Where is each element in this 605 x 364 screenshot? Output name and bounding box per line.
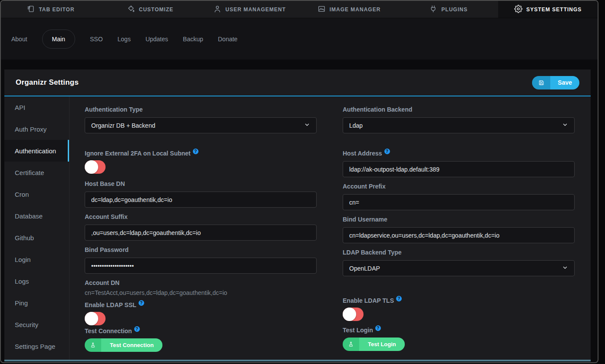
field-bind-username: Bind Username xyxy=(343,216,575,243)
field-label: Account Suffix xyxy=(85,213,317,221)
field-label: Test Connection xyxy=(85,328,132,335)
settings-sidebar: API Auth Proxy Authentication Certificat… xyxy=(4,96,69,360)
field-label: Enable LDAP TLS xyxy=(343,297,394,304)
sidebar-item-api[interactable]: API xyxy=(4,96,69,118)
field-label: Account Prefix xyxy=(343,183,575,190)
nav-tab-editor[interactable]: TAB EDITOR xyxy=(1,1,100,18)
account-dn-value: cn=TestAcct,ou=users,dc=ldap,dc=goauthen… xyxy=(85,289,317,297)
subnav-logs[interactable]: Logs xyxy=(118,36,131,43)
field-account-dn: Account DN cn=TestAcct,ou=users,dc=ldap,… xyxy=(85,279,317,297)
account-prefix-input[interactable] xyxy=(343,194,575,210)
field-authentication-type: Authentication Type Organizr DB + Backen… xyxy=(85,106,317,133)
subnav-donate[interactable]: Donate xyxy=(218,36,238,43)
subnav-main[interactable]: Main xyxy=(42,30,75,49)
field-label: Enable LDAP SSL xyxy=(85,301,136,309)
field-label: Bind Username xyxy=(343,216,575,223)
bind-password-input[interactable] xyxy=(85,258,317,274)
settings-sub-navigation: About Main SSO Logs Updates Backup Donat… xyxy=(1,18,598,60)
top-navigation: TAB EDITOR CUSTOMIZE USER MANAGEMENT IMA… xyxy=(1,1,598,18)
field-label: Authentication Backend xyxy=(343,106,575,113)
save-button[interactable]: Save xyxy=(532,76,579,89)
nav-label: CUSTOMIZE xyxy=(139,7,173,13)
flask-icon xyxy=(85,338,101,352)
nav-system-settings[interactable]: SYSTEM SETTINGS xyxy=(498,1,598,18)
help-icon[interactable]: ? xyxy=(396,296,402,301)
test-connection-button[interactable]: Test Connection xyxy=(85,338,162,352)
authentication-form: Authentication Type Organizr DB + Backen… xyxy=(69,96,591,360)
nav-plugins[interactable]: PLUGINS xyxy=(399,1,498,18)
sidebar-item-login[interactable]: Login xyxy=(4,248,69,270)
panel-body: API Auth Proxy Authentication Certificat… xyxy=(4,96,591,360)
nav-user-management[interactable]: USER MANAGEMENT xyxy=(200,1,299,18)
sidebar-item-auth-proxy[interactable]: Auth Proxy xyxy=(4,118,69,140)
field-enable-ldap-tls: Enable LDAP TLS ? xyxy=(343,297,575,321)
nav-label: TAB EDITOR xyxy=(39,7,74,13)
help-icon[interactable]: ? xyxy=(139,300,144,306)
sidebar-item-github[interactable]: Github xyxy=(4,227,69,248)
nav-label: IMAGE MANAGER xyxy=(330,7,381,13)
field-label: Ignore External 2FA on Local Subnet xyxy=(85,150,191,157)
form-column-right: Authentication Backend Ldap Host Address… xyxy=(343,106,575,360)
nav-customize[interactable]: CUSTOMIZE xyxy=(100,1,200,18)
help-icon[interactable]: ? xyxy=(375,325,381,331)
sidebar-item-logs[interactable]: Logs xyxy=(4,270,69,292)
sidebar-item-certificate[interactable]: Certificate xyxy=(4,162,69,183)
sidebar-item-cron[interactable]: Cron xyxy=(4,183,69,205)
help-icon[interactable]: ? xyxy=(134,326,140,332)
toggle-knob xyxy=(85,160,98,174)
panel-header: Organizr Settings Save xyxy=(4,69,591,96)
field-label: Test Login xyxy=(343,327,373,334)
host-address-input[interactable] xyxy=(343,161,575,177)
sidebar-item-security[interactable]: Security xyxy=(4,314,69,335)
subnav-sso[interactable]: SSO xyxy=(90,36,103,43)
field-test-login: Test Login ? Test Login xyxy=(343,327,575,351)
enable-ldap-ssl-toggle[interactable] xyxy=(85,312,106,325)
selected-value: OpenLDAP xyxy=(349,265,380,272)
field-ignore-2fa: Ignore External 2FA on Local Subnet ? xyxy=(85,150,317,174)
test-login-button[interactable]: Test Login xyxy=(343,338,405,351)
subnav-backup[interactable]: Backup xyxy=(183,36,203,43)
authentication-type-select[interactable]: Organizr DB + Backend xyxy=(85,117,317,133)
field-label: LDAP Backend Type xyxy=(343,249,575,256)
chevron-down-icon xyxy=(304,122,310,129)
enable-ldap-tls-toggle[interactable] xyxy=(343,308,364,321)
field-bind-password: Bind Password xyxy=(85,246,317,274)
field-account-prefix: Account Prefix xyxy=(343,183,575,210)
nav-image-manager[interactable]: IMAGE MANAGER xyxy=(299,1,399,18)
plug-icon xyxy=(429,5,437,14)
account-suffix-input[interactable] xyxy=(85,225,317,241)
nav-label: PLUGINS xyxy=(441,7,467,13)
app-window: TAB EDITOR CUSTOMIZE USER MANAGEMENT IMA… xyxy=(0,0,598,363)
field-account-suffix: Account Suffix xyxy=(85,213,317,241)
ldap-backend-type-select[interactable]: OpenLDAP xyxy=(343,260,575,276)
field-host-base-dn: Host Base DN xyxy=(85,180,317,208)
host-base-dn-input[interactable] xyxy=(85,192,317,208)
tab-editor-icon xyxy=(26,5,35,14)
nav-label: SYSTEM SETTINGS xyxy=(526,7,582,13)
paint-bucket-icon xyxy=(127,5,135,14)
sidebar-item-ping[interactable]: Ping xyxy=(4,292,69,314)
toggle-knob xyxy=(85,312,98,325)
field-enable-ldap-ssl: Enable LDAP SSL ? xyxy=(85,301,317,325)
field-label: Account DN xyxy=(85,279,317,287)
help-icon[interactable]: ? xyxy=(384,149,390,154)
field-host-address: Host Address ? xyxy=(343,150,575,177)
test-login-button-label: Test Login xyxy=(359,338,405,351)
bind-username-input[interactable] xyxy=(343,227,575,243)
sidebar-item-authentication[interactable]: Authentication xyxy=(4,140,69,162)
flask-icon xyxy=(343,338,359,351)
user-icon xyxy=(213,5,222,14)
page-title: Organizr Settings xyxy=(16,78,79,87)
authentication-backend-select[interactable]: Ldap xyxy=(343,117,575,133)
ignore-2fa-toggle[interactable] xyxy=(85,160,106,174)
test-connection-button-label: Test Connection xyxy=(101,338,162,352)
selected-value: Organizr DB + Backend xyxy=(91,122,155,129)
field-label: Host Base DN xyxy=(85,180,317,188)
gear-icon xyxy=(514,5,522,14)
sidebar-item-database[interactable]: Database xyxy=(4,205,69,227)
subnav-updates[interactable]: Updates xyxy=(145,36,168,43)
help-icon[interactable]: ? xyxy=(193,149,198,154)
sidebar-item-settings-page[interactable]: Settings Page xyxy=(4,335,69,357)
subnav-about[interactable]: About xyxy=(11,36,27,43)
chevron-down-icon xyxy=(562,122,568,129)
